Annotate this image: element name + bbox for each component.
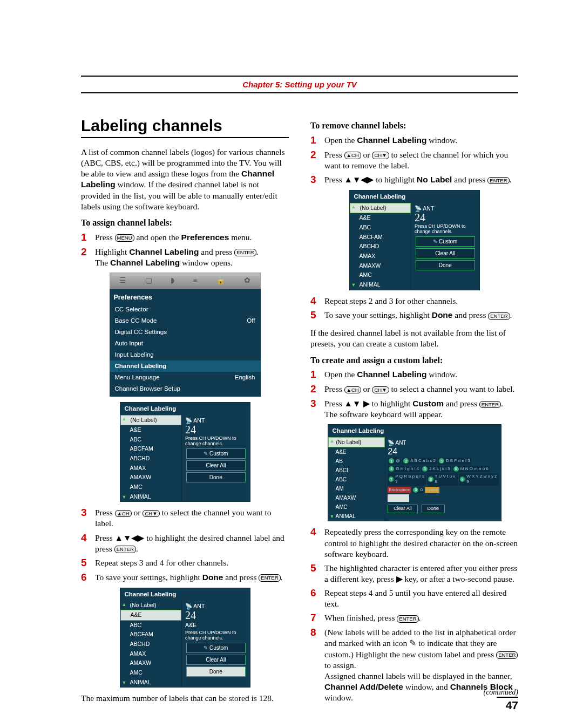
assign-step-2: Highlight Channel Labeling and press ENT…: [95, 247, 289, 268]
software-keyboard: 1@ 2A B C a b c 2 3D E F d e f 3 4G H I …: [388, 458, 498, 493]
prefs-row: Base CC ModeOff: [110, 315, 261, 326]
step-number: 6: [310, 588, 324, 599]
channel-number: 24: [415, 212, 476, 223]
channel-number: 24: [185, 424, 247, 435]
key: 3D E F d e f 3: [438, 458, 471, 464]
remove-step-2: Press ▲CH or CH▼ to select the channel f…: [324, 149, 518, 171]
list-item: (No Label): [328, 437, 385, 447]
list-item: ABC: [328, 475, 385, 484]
list-item: ANIMAL: [328, 512, 385, 521]
keyboard-screenshot: Channel Labeling ▲ (No Label) A&E AB ABC…: [328, 424, 501, 521]
step-number: 3: [81, 507, 95, 519]
custom-step-4: Repeatedly press the corresponding key o…: [324, 527, 518, 559]
list-item: ABCHD: [350, 242, 411, 251]
remove-step-1: Open the Channel Labeling window.: [324, 135, 518, 146]
sliders-icon: ≡: [193, 276, 198, 285]
key: 8T U V t u v 8: [427, 473, 458, 486]
custom-step-6: Repeat steps 4 and 5 until you have ente…: [324, 588, 518, 609]
preset-note: If the desired channel label is not avai…: [310, 328, 518, 349]
chapter-header: Chapter 5: Setting up your TV: [81, 76, 518, 93]
assign-heading: To assign channel labels:: [81, 217, 289, 229]
enter-button-icon: ENTER: [234, 249, 256, 256]
prefs-row: Menu LanguageEnglish: [110, 372, 261, 383]
text-entry-field: [388, 494, 409, 502]
step-number: 4: [81, 533, 95, 544]
assign-step-4: Press ▲▼◀▶ to highlight the desired chan…: [95, 533, 289, 554]
step-number: 5: [310, 563, 324, 574]
list-item: (No Label): [350, 203, 411, 214]
antenna-label: 📡 ANT: [185, 603, 247, 610]
custom-button: Custom: [186, 448, 246, 459]
channel-labeling-screenshot-3: Channel Labeling ▲ (No Label) A&E ABC AB…: [349, 190, 480, 290]
prefs-title: Preferences: [110, 291, 261, 304]
speaker-icon: ◗: [171, 276, 174, 285]
list-item: AB: [328, 457, 385, 466]
list-item: A&E: [120, 610, 182, 621]
enter-button-icon: ENTER: [259, 574, 280, 581]
hint-text: Press CH UP/DOWN to change channels.: [185, 436, 247, 447]
down-arrow-icon: ▼: [122, 680, 127, 686]
menu-button-icon: MENU: [115, 234, 134, 241]
pencil-icon: ✎: [409, 638, 416, 648]
cl-title: Channel Labeling: [120, 588, 250, 601]
list-item: ANIMAL: [120, 492, 182, 502]
tv-icon: ▢: [145, 276, 152, 285]
hint-text: Press CH UP/DOWN to change channels.: [185, 630, 247, 641]
list-item: AMC: [350, 270, 411, 280]
list-item: ABCI: [328, 466, 385, 475]
step-number: 4: [310, 296, 324, 307]
key: 4G H I g h i 4: [388, 466, 420, 472]
list-item: AMC: [120, 668, 182, 678]
list-item: AMAX: [350, 251, 411, 261]
list-item: ABCHD: [120, 639, 182, 649]
step-number: 1: [310, 369, 324, 380]
key: 00: [412, 487, 423, 493]
enter-button-icon: ENTER: [114, 546, 136, 553]
antenna-label: 📡 ANT: [185, 417, 247, 425]
menu-icon: ☰: [119, 276, 126, 285]
enter-button-icon: ENTER: [397, 615, 418, 622]
done-button: Done: [422, 505, 445, 513]
list-item: ANIMAL: [350, 280, 411, 290]
list-item: ABCFAM: [120, 444, 182, 454]
step-number: 8: [310, 627, 324, 638]
antenna-label: 📡 ANT: [415, 205, 476, 213]
step-number: 6: [81, 572, 95, 583]
assign-step-5: Repeat steps 3 and 4 for other channels.: [95, 557, 289, 568]
list-item: ABCFAM: [120, 630, 182, 639]
key: 5J K L j k l 5: [421, 466, 451, 472]
cl-title: Channel Labeling: [350, 190, 479, 203]
step-number: 7: [310, 613, 324, 624]
list-item: (No Label): [120, 601, 182, 610]
key: 1@: [388, 458, 401, 464]
prefs-row: CC Selector: [110, 304, 261, 315]
list-item: ANIMAL: [120, 678, 182, 688]
list-item: ABC: [120, 621, 182, 630]
ch-down-icon: CH▼: [143, 510, 159, 517]
hint-text: Press CH UP/DOWN to change channels.: [415, 224, 476, 235]
done-button: Done: [186, 472, 246, 482]
enter-button-icon: ENTER: [496, 651, 518, 658]
down-arrow-icon: ▼: [122, 494, 127, 501]
ch-down-icon: CH▼: [372, 386, 389, 393]
step-number: 4: [310, 527, 324, 538]
clear-all-button: Clear All: [416, 248, 475, 258]
ch-up-icon: ▲CH: [115, 510, 132, 517]
channel-number: 24: [388, 446, 498, 458]
clear-all-button: Clear All: [186, 460, 246, 471]
custom-step-1: Open the Channel Labeling window.: [324, 369, 518, 380]
list-item: AMAXW: [120, 658, 182, 668]
assign-step-6: To save your settings, highlight Done an…: [95, 572, 289, 583]
channel-labeling-screenshot-1: Channel Labeling ▲ (No Label) A&E ABC AB…: [120, 402, 250, 502]
custom-heading: To create and assign a custom label:: [310, 355, 518, 366]
list-item: ABCHD: [120, 454, 182, 464]
antenna-label: 📡 ANT: [388, 439, 498, 446]
enter-button-icon: ENTER: [479, 401, 501, 408]
key: 2A B C a b c 2: [402, 458, 437, 464]
ch-down-icon: CH▼: [372, 152, 389, 159]
list-item: AMAX: [120, 464, 182, 473]
right-column: To remove channel labels: 1 Open the Cha…: [310, 115, 518, 708]
prefs-row: Channel Browser Setup: [110, 383, 261, 394]
list-item: ABC: [120, 435, 182, 445]
prefs-row-selected: Channel Labeling: [110, 360, 261, 372]
